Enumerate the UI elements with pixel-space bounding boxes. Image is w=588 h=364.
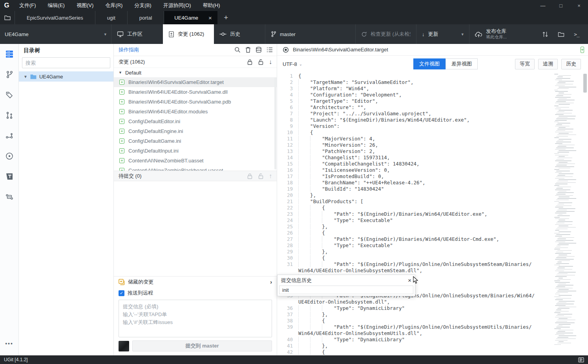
- menu-item[interactable]: 文件(F): [13, 0, 42, 11]
- changed-file-row[interactable]: +Config\DefaultInput.ini: [114, 146, 277, 156]
- sync-branches-button[interactable]: [540, 29, 550, 39]
- sidebar-item-merge-requests[interactable]: [5, 131, 14, 140]
- publish-repo-button[interactable]: 发布仓库 将此仓库...: [469, 24, 528, 44]
- changed-file-row[interactable]: +Binaries\Win64\UE4Editor-SurvivalGame.p…: [114, 97, 277, 107]
- file-path-label: Binaries\Win64\UE4Editor-SurvivalGame.pd…: [128, 99, 231, 105]
- minimap-line: [555, 126, 570, 127]
- sidebar-item-repositories[interactable]: [5, 49, 14, 59]
- stashed-changes-row[interactable]: 储藏的变更 ›: [114, 276, 277, 287]
- stash-stack-icon[interactable]: [256, 47, 262, 53]
- file-path-label: Content\AI\NewZombieBlackboard.uasset: [128, 167, 223, 171]
- menu-item[interactable]: 视图(V): [71, 0, 99, 11]
- directory-tree-panel: 目录树 ▼ UE4Game: [19, 44, 114, 355]
- minimap-line: [557, 94, 572, 95]
- sidebar-item-issues[interactable]: [5, 151, 14, 161]
- commit-message-input[interactable]: 提交信息 (必填)输入'--'关联TAPD单输入'#'关联工蜂issues: [119, 300, 272, 337]
- changed-file-row[interactable]: +Config\DefaultGame.ini: [114, 136, 277, 146]
- code-minimap[interactable]: [554, 74, 576, 355]
- sidebar-item-pull-requests[interactable]: [5, 111, 14, 120]
- new-tab-button[interactable]: +: [217, 11, 235, 24]
- minimap-line: [556, 200, 569, 200]
- search-icon[interactable]: [234, 47, 241, 53]
- history-item[interactable]: init: [279, 286, 413, 294]
- file-list-scrollbar[interactable]: [274, 77, 276, 169]
- file-view-tab[interactable]: 文件视图: [413, 58, 446, 69]
- minimap-line: [557, 285, 573, 286]
- triangle-down-icon[interactable]: ▼: [119, 71, 122, 75]
- user-avatar: [119, 341, 129, 351]
- lock-icon[interactable]: [247, 59, 253, 65]
- workspace-tab[interactable]: 工作区: [111, 24, 163, 44]
- diff-view-tab[interactable]: 差异视图: [446, 58, 478, 69]
- changed-file-row[interactable]: +Config\DefaultEngine.ini: [114, 126, 277, 136]
- tab-close-icon[interactable]: ×: [208, 15, 212, 21]
- repo-tab[interactable]: ugit: [95, 11, 128, 24]
- menu-item[interactable]: 分支(B): [128, 0, 157, 11]
- view-mode-list-icon[interactable]: [267, 47, 273, 53]
- stage-file-button[interactable]: +: [581, 47, 584, 53]
- branch-selector[interactable]: master: [265, 24, 355, 44]
- viewer-scrollbar[interactable]: [583, 74, 587, 355]
- open-folder-button[interactable]: [556, 29, 566, 39]
- window-close-button[interactable]: ×: [570, 0, 588, 11]
- log-panel-button[interactable]: [578, 357, 584, 362]
- push-to-remote-checkbox[interactable]: ✓: [119, 290, 124, 296]
- minimap-line: [557, 117, 568, 118]
- repo-selector[interactable]: UE4Game ▾: [0, 24, 111, 44]
- repo-tab[interactable]: portal: [128, 11, 164, 24]
- close-icon[interactable]: ×: [408, 277, 411, 284]
- menu-item[interactable]: 开源协同(O): [157, 0, 197, 11]
- blame-button[interactable]: 追溯: [538, 59, 558, 69]
- code-text: "BuildId": "14830424": [298, 186, 384, 192]
- discard-trash-icon[interactable]: [245, 47, 251, 53]
- history-tab[interactable]: 历史: [214, 24, 265, 44]
- sidebar-item-branches[interactable]: [5, 70, 14, 79]
- file-history-button[interactable]: 历史: [561, 59, 581, 69]
- minimap-line: [557, 250, 572, 251]
- changed-file-row[interactable]: +Binaries\Win64\UE4Editor-SurvivalGame.d…: [114, 87, 277, 97]
- encoding-select[interactable]: UTF-8 ⌄: [283, 61, 302, 67]
- move-down-icon[interactable]: ↓: [269, 58, 272, 66]
- tree-search-input[interactable]: [22, 57, 110, 68]
- viewer-file-path: Binaries\Win64\SurvivalGameEditor.target: [293, 47, 388, 53]
- minimap-line: [557, 308, 570, 309]
- sidebar-item-tags[interactable]: [5, 90, 14, 100]
- chevron-right-icon[interactable]: ›: [270, 279, 272, 285]
- code-content[interactable]: 1{2 "TargetName": "SurvivalGameEditor",3…: [277, 72, 588, 355]
- repo-tab-active[interactable]: UE4Game ×: [164, 11, 217, 24]
- monospace-button[interactable]: 等宽: [515, 59, 535, 69]
- menu-item[interactable]: 编辑(E): [42, 0, 71, 11]
- operation-guide-link[interactable]: 操作指南: [119, 46, 139, 53]
- chevron-down-icon[interactable]: ▼: [24, 75, 27, 79]
- tree-node-root[interactable]: ▼ UE4Game: [19, 71, 113, 82]
- commit-button[interactable]: 提交到 master: [132, 340, 272, 351]
- sidebar-more-button[interactable]: •••: [5, 340, 13, 347]
- sidebar-item-tapd[interactable]: [5, 172, 14, 181]
- line-number: 22: [277, 205, 298, 211]
- changed-file-row[interactable]: +Content\AI\NewZombieBT.uasset: [114, 156, 277, 166]
- changed-file-row[interactable]: +Binaries\Win64\UE4Editor.modules: [114, 107, 277, 116]
- change-group-row[interactable]: ▼ Default: [114, 68, 277, 77]
- menu-item[interactable]: 仓库(R): [99, 0, 128, 11]
- terminal-button[interactable]: >_: [572, 29, 582, 39]
- code-text: "Version":: [298, 123, 340, 129]
- line-number: 12: [277, 142, 298, 148]
- line-number: 24: [277, 217, 298, 224]
- update-button[interactable]: ↓ 更新 ▾: [416, 24, 469, 44]
- commit-message-placeholder-line: 输入'#'关联工蜂issues: [123, 318, 268, 326]
- check-updates-button[interactable]: 检查更新 (从未检查...): [355, 24, 416, 44]
- changes-tab[interactable]: 变更 (1062): [163, 24, 214, 44]
- repo-list-button[interactable]: [0, 11, 15, 24]
- sidebar-item-pipelines[interactable]: [5, 192, 14, 202]
- window-minimize-button[interactable]: —: [534, 0, 552, 11]
- changed-file-row[interactable]: +Binaries\Win64\SurvivalGameEditor.targe…: [114, 77, 277, 87]
- menu-item[interactable]: 帮助(H): [197, 0, 226, 11]
- update-caret-icon[interactable]: ▾: [461, 32, 464, 37]
- repo-tab[interactable]: EpicSurvivalGameSeries: [15, 11, 95, 24]
- changed-file-row[interactable]: +Content\AI\NewZombieBlackboard.uasset: [114, 166, 277, 171]
- scrollbar-thumb[interactable]: [583, 74, 587, 93]
- window-maximize-button[interactable]: □: [552, 0, 570, 11]
- code-text: {: [298, 349, 325, 355]
- changed-file-row[interactable]: +Config\DefaultEditor.ini: [114, 116, 277, 126]
- unlock-icon[interactable]: [258, 59, 264, 65]
